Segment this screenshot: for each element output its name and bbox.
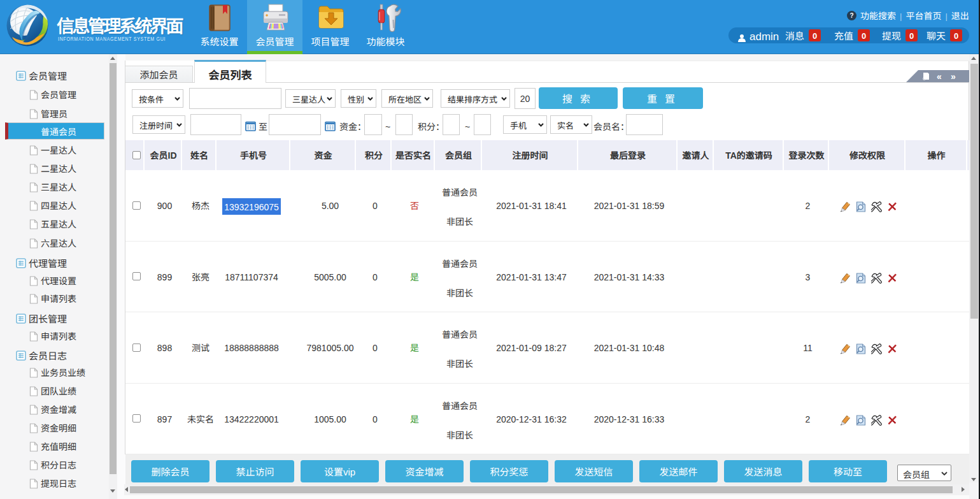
svg-text:?: ? bbox=[849, 12, 853, 19]
